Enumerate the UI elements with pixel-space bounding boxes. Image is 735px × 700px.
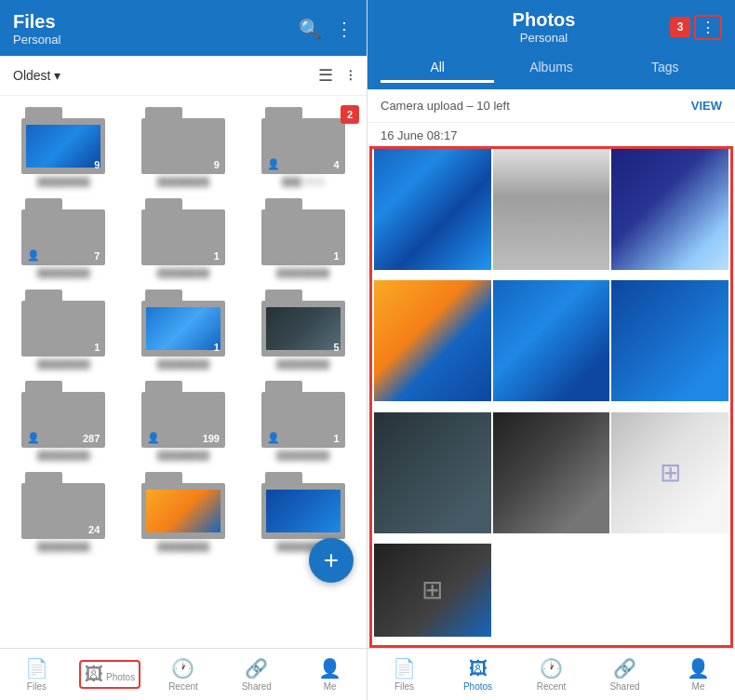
- nav-shared-label: Shared: [242, 681, 272, 692]
- toolbar-right: ☰ ⁝: [318, 65, 354, 86]
- right-nav-photos[interactable]: 🖼 Photos: [441, 649, 514, 700]
- folder-item[interactable]: 7 👤 ████████: [6, 195, 122, 282]
- right-tabs: All Albums Tags: [381, 52, 722, 83]
- nav-photos-label: Photos: [106, 672, 135, 682]
- nav-photos[interactable]: 🖼 Photos: [74, 649, 147, 700]
- left-header-icons: 🔍 ⋮: [299, 18, 354, 40]
- list-view-icon[interactable]: ☰: [318, 65, 333, 86]
- photo-cell[interactable]: [374, 280, 491, 401]
- upload-bar: Camera upload – 10 left VIEW: [368, 89, 735, 123]
- more-options-button[interactable]: ⋮: [694, 15, 722, 40]
- badge-2: 2: [341, 105, 359, 124]
- right-files-nav-icon: 📄: [393, 657, 416, 680]
- search-icon[interactable]: 🔍: [299, 18, 322, 40]
- right-nav-files-label: Files: [394, 681, 414, 692]
- tab-albums[interactable]: Albums: [494, 52, 608, 83]
- photo-cell[interactable]: [374, 149, 491, 270]
- photo-cell[interactable]: [374, 412, 491, 533]
- right-sub-name: Personal: [520, 31, 568, 45]
- tab-tags[interactable]: Tags: [608, 52, 722, 83]
- folder-item[interactable]: 1 ████████: [126, 195, 242, 282]
- right-nav-shared-label: Shared: [609, 681, 639, 692]
- tab-all[interactable]: All: [381, 52, 494, 83]
- left-header-title: Files Personal: [13, 11, 60, 47]
- upload-text: Camera upload – 10 left: [381, 99, 510, 113]
- right-header-actions: 3 ⋮: [670, 15, 722, 40]
- folder-item[interactable]: ████████: [126, 468, 242, 556]
- left-header: Files Personal 🔍 ⋮: [0, 0, 367, 56]
- photo-grid: ⊞ ⊞: [369, 146, 733, 648]
- me-nav-icon: 👤: [318, 657, 341, 680]
- right-recent-nav-icon: 🕐: [540, 657, 563, 680]
- date-label: 16 June 08:17: [368, 123, 735, 146]
- right-nav-me-label: Me: [692, 681, 705, 692]
- photo-cell[interactable]: [493, 149, 610, 270]
- photos-nav-icon: 🖼: [85, 664, 103, 684]
- view-button[interactable]: VIEW: [691, 99, 722, 113]
- files-grid: 9 ████████ 9 ████████ 2 4 👤: [0, 96, 367, 563]
- fab-add-button[interactable]: +: [309, 538, 354, 583]
- right-me-nav-icon: 👤: [687, 657, 710, 680]
- left-bottom-nav: 📄 Files 🖼 Photos 🕐 Recent 🔗 Shared 👤 Me: [0, 648, 367, 700]
- more-options-icon[interactable]: ⋮: [335, 18, 354, 40]
- photo-cell[interactable]: [493, 412, 610, 533]
- sort-label: Oldest: [13, 68, 50, 83]
- nav-files-label: Files: [27, 681, 47, 692]
- right-photos-nav-icon: 🖼: [469, 658, 488, 680]
- folder-item[interactable]: 2 4 👤 ███ 2016: [245, 103, 361, 191]
- right-panel: Photos Personal 3 ⋮ All Albums Tags Came…: [368, 0, 735, 700]
- nav-shared[interactable]: 🔗 Shared: [220, 649, 293, 700]
- left-files-area: 9 ████████ 9 ████████ 2 4 👤: [0, 96, 367, 648]
- recent-nav-icon: 🕐: [171, 657, 194, 680]
- right-nav-me[interactable]: 👤 Me: [662, 649, 735, 700]
- folder-item[interactable]: 287 👤 ████████: [6, 377, 122, 464]
- right-header-title: Photos Personal: [418, 9, 670, 45]
- right-header-top: Photos Personal 3 ⋮: [381, 9, 722, 45]
- folder-item[interactable]: 1 ████████: [126, 286, 242, 373]
- left-sub-name: Personal: [13, 33, 60, 47]
- left-app-name: Files: [13, 11, 60, 33]
- right-header: Photos Personal 3 ⋮ All Albums Tags: [368, 0, 735, 89]
- nav-me-label: Me: [324, 681, 337, 692]
- right-nav-recent[interactable]: 🕐 Recent: [514, 649, 588, 700]
- right-nav-recent-label: Recent: [537, 681, 567, 692]
- left-panel: Files Personal 🔍 ⋮ Oldest ▾ ☰ ⁝: [0, 0, 368, 700]
- photo-cell[interactable]: [611, 149, 728, 270]
- folder-item[interactable]: 9 ████████: [6, 103, 122, 191]
- right-shared-nav-icon: 🔗: [613, 657, 636, 680]
- folder-item[interactable]: 5 ████████: [245, 286, 361, 373]
- nav-files[interactable]: 📄 Files: [0, 649, 74, 700]
- right-app-name: Photos: [513, 9, 576, 31]
- right-nav-files[interactable]: 📄 Files: [368, 649, 441, 700]
- photos-nav-box: 🖼 Photos: [79, 660, 140, 689]
- left-toolbar: Oldest ▾ ☰ ⁝: [0, 56, 367, 96]
- right-nav-photos-label: Photos: [463, 681, 492, 692]
- folder-item[interactable]: 1 👤 ████████: [245, 377, 361, 464]
- photo-cell[interactable]: ⊞: [374, 544, 491, 637]
- right-nav-shared[interactable]: 🔗 Shared: [588, 649, 662, 700]
- photo-cell[interactable]: [493, 280, 610, 401]
- sort-arrow-icon: ▾: [54, 68, 60, 83]
- right-bottom-nav: 📄 Files 🖼 Photos 🕐 Recent 🔗 Shared 👤 Me: [368, 648, 735, 700]
- nav-recent[interactable]: 🕐 Recent: [147, 649, 220, 700]
- folder-item[interactable]: 9 ████████: [126, 103, 242, 191]
- folder-item[interactable]: 1 ████████: [245, 195, 361, 282]
- folder-item[interactable]: 1 ████████: [6, 286, 122, 373]
- photo-cell[interactable]: [611, 280, 728, 401]
- grid-view-icon[interactable]: ⁝: [348, 65, 354, 86]
- sort-button[interactable]: Oldest ▾: [13, 68, 60, 83]
- nav-recent-label: Recent: [168, 681, 198, 692]
- folder-item[interactable]: 199 👤 ████████: [126, 377, 242, 464]
- shared-nav-icon: 🔗: [245, 657, 268, 680]
- folder-item[interactable]: 24 ████████: [6, 468, 122, 556]
- nav-me[interactable]: 👤 Me: [293, 649, 367, 700]
- badge-3: 3: [670, 17, 690, 37]
- files-nav-icon: 📄: [25, 657, 48, 680]
- photo-cell[interactable]: ⊞: [611, 412, 728, 533]
